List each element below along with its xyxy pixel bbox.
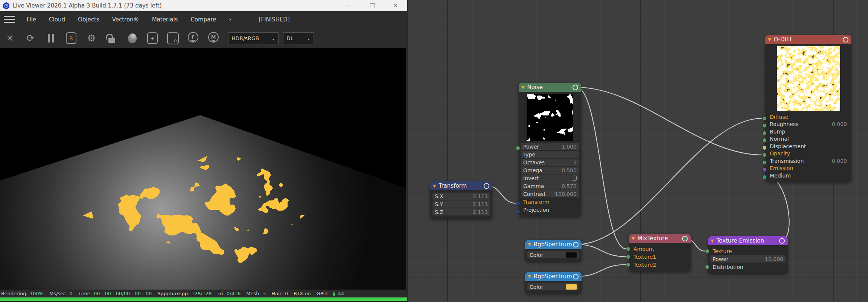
menu-item-[interactable]: ›	[222, 12, 238, 28]
input-port-amount[interactable]	[626, 247, 630, 251]
param-row-projection[interactable]: Projection	[521, 206, 579, 213]
param-row-displacement[interactable]: Displacement	[767, 143, 849, 150]
node-header[interactable]: ▼Texture Emission	[708, 236, 788, 245]
node-rgb1[interactable]: ▼RgbSpectrumColor	[525, 240, 582, 262]
param-row-medium[interactable]: Medium	[767, 172, 849, 179]
live-render-icon[interactable]: ✳	[4, 32, 17, 45]
node-mix[interactable]: ▼MixTextureAmountTexture1Texture2	[629, 234, 691, 272]
color-space-select[interactable]: HDR/sRGB⌄	[228, 32, 279, 44]
node-odiff[interactable]: ▼O-DIFFDiffuseRoughness0.000BumpNormalDi…	[765, 35, 851, 182]
param-row-transform[interactable]: Transform	[521, 198, 579, 205]
menu-item-materials[interactable]: Materials	[146, 12, 184, 28]
param-row-gamma[interactable]: Gamma0.572	[521, 182, 579, 190]
input-port-diffuse[interactable]	[763, 117, 766, 120]
input-port-texture[interactable]	[705, 249, 709, 253]
param-row-texture1[interactable]: Texture1	[631, 253, 688, 260]
param-row-octaves[interactable]: Octaves5	[521, 159, 579, 166]
param-row-power[interactable]: Power1.000	[521, 143, 579, 150]
collapse-triangle-icon[interactable]: ▼	[528, 275, 531, 279]
input-port-projection[interactable]	[516, 209, 520, 213]
add-render-layer-icon[interactable]: +	[146, 32, 159, 45]
input-port-emission[interactable]	[763, 168, 766, 171]
param-row-type[interactable]: Type	[521, 151, 579, 158]
maximize-button[interactable]	[361, 0, 384, 11]
material-picker-icon[interactable]: M	[207, 32, 220, 45]
input-port-opacity[interactable]	[763, 153, 766, 157]
minimize-button[interactable]: —	[337, 0, 361, 11]
node-header[interactable]: ▼MixTexture	[629, 234, 691, 243]
restart-render-icon[interactable]: ⟳	[24, 32, 37, 45]
input-port-bump[interactable]	[763, 131, 766, 135]
collapse-triangle-icon[interactable]: ▼	[521, 85, 524, 90]
color-swatch[interactable]	[566, 252, 577, 258]
node-header[interactable]: ▼RgbSpectrum	[525, 272, 582, 281]
param-row-roughness[interactable]: Roughness0.000	[767, 121, 849, 128]
node-header[interactable]: ▼Transform	[430, 181, 492, 190]
input-port-medium[interactable]	[763, 175, 766, 179]
collapse-triangle-icon[interactable]: ▼	[711, 239, 714, 243]
collapse-triangle-icon[interactable]: ▼	[632, 237, 635, 241]
param-row-power[interactable]: Power10.000	[710, 255, 786, 263]
node-rgb2[interactable]: ▼RgbSpectrumColor	[525, 272, 582, 294]
param-row-omega[interactable]: Omega0.500	[521, 167, 579, 174]
input-port-displacement[interactable]	[763, 146, 766, 150]
node-transform[interactable]: ▼TransformS.X2.113S.Y2.113S.Z2.113	[430, 181, 492, 219]
output-port[interactable]	[573, 274, 579, 279]
invert-checkbox[interactable]	[572, 176, 577, 181]
input-port-transmission[interactable]	[763, 161, 766, 164]
param-row-contrast[interactable]: Contrast100.000	[521, 190, 579, 197]
menu-item-objects[interactable]: Objects	[72, 12, 106, 28]
region-render-icon[interactable]: R	[65, 32, 78, 45]
window-titlebar[interactable]: Live Viewer 2026.1 Alpha 3 Build 1.7.1 (…	[0, 0, 407, 11]
param-row-color[interactable]: Color	[527, 251, 579, 258]
node-emission[interactable]: ▼Texture EmissionTexturePower10.000Distr…	[708, 236, 788, 274]
output-port[interactable]	[843, 37, 848, 42]
node-header[interactable]: ▼RgbSpectrum	[525, 240, 582, 249]
material-ball-icon[interactable]	[126, 32, 139, 45]
input-port-texture2[interactable]	[626, 263, 630, 267]
param-row-texture2[interactable]: Texture2	[631, 261, 688, 268]
param-row-distribution[interactable]: Distribution	[710, 263, 786, 270]
input-port-distribution[interactable]	[705, 265, 709, 269]
input-port-power[interactable]	[516, 146, 520, 150]
input-port-normal[interactable]	[763, 138, 766, 142]
menu-item-cloud[interactable]: Cloud	[43, 12, 72, 28]
output-port[interactable]	[484, 183, 489, 189]
node-header[interactable]: ▼Noise	[519, 83, 581, 92]
device-select[interactable]: DL⌄	[283, 32, 314, 44]
param-row-sz[interactable]: S.Z2.113	[432, 208, 490, 215]
param-row-emission[interactable]: Emission	[767, 165, 849, 172]
camera-lock-icon[interactable]	[105, 32, 118, 45]
render-settings-gear-icon[interactable]: ⚙	[85, 32, 98, 45]
param-row-normal[interactable]: Normal	[767, 135, 849, 143]
collapse-triangle-icon[interactable]: ▼	[528, 243, 531, 247]
param-row-amount[interactable]: Amount	[631, 245, 688, 252]
output-port[interactable]	[682, 236, 688, 241]
render-passes-icon[interactable]: o	[166, 32, 179, 45]
param-row-transmission[interactable]: Transmission0.000	[767, 157, 849, 164]
collapse-triangle-icon[interactable]: ▼	[768, 38, 771, 42]
input-port-texture1[interactable]	[626, 255, 630, 259]
node-noise[interactable]: ▼NoisePower1.000TypeOctaves5Omega0.500In…	[519, 83, 581, 217]
param-row-bump[interactable]: Bump	[767, 128, 849, 135]
menu-item-vectron[interactable]: Vectron®	[106, 12, 146, 28]
color-swatch[interactable]	[566, 284, 577, 290]
param-row-texture[interactable]: Texture	[710, 247, 786, 255]
menu-item-file[interactable]: File	[20, 12, 43, 28]
focus-picker-icon[interactable]: F	[187, 32, 199, 45]
output-port[interactable]	[573, 242, 579, 247]
param-row-color[interactable]: Color	[527, 283, 579, 290]
render-viewport[interactable]	[0, 48, 406, 290]
param-row-diffuse[interactable]: Diffuse	[767, 113, 849, 120]
hamburger-menu-icon[interactable]	[4, 16, 15, 23]
param-row-sx[interactable]: S.X2.113	[432, 193, 490, 200]
node-header[interactable]: ▼O-DIFF	[765, 35, 851, 44]
output-port[interactable]	[573, 85, 578, 90]
input-port-transform[interactable]	[516, 202, 520, 205]
input-port-roughness[interactable]	[763, 124, 766, 127]
collapse-triangle-icon[interactable]: ▼	[433, 184, 436, 188]
param-row-invert[interactable]: Invert	[521, 175, 579, 182]
node-editor-canvas[interactable]: ▼TransformS.X2.113S.Y2.113S.Z2.113▼Noise…	[407, 0, 868, 302]
param-row-opacity[interactable]: Opacity	[767, 150, 849, 157]
param-row-sy[interactable]: S.Y2.113	[432, 200, 490, 208]
